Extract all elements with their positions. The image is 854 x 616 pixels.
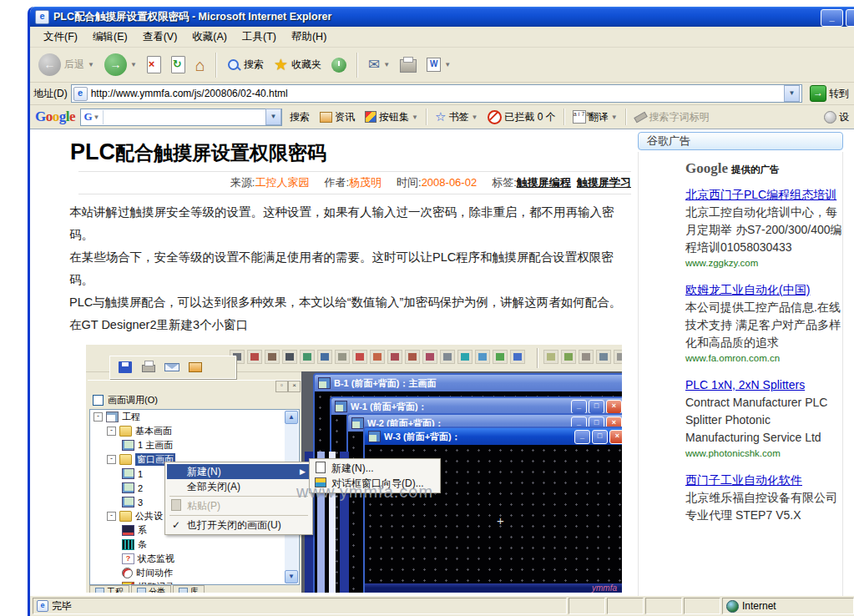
screen-window-w3[interactable]: W-3 (前面+背面)： _□× ymmfa	[363, 427, 622, 593]
tree-item-main-screen[interactable]: 1 主画面	[90, 438, 299, 452]
tab-library[interactable]: 库	[173, 585, 205, 593]
paste-attribute-icon[interactable]	[543, 350, 558, 364]
esc-key-icon[interactable]	[265, 350, 280, 364]
google-g-menu[interactable]: G▼	[81, 110, 104, 124]
group-objects-icon[interactable]	[614, 350, 622, 364]
tab-project[interactable]: 工程	[89, 585, 129, 593]
context-menu-open-closed[interactable]: ✓也打开关闭的画面(U)	[167, 518, 311, 533]
google-translate-menu[interactable]: a í 7 ä翻译▼	[570, 109, 620, 125]
context-menu-new[interactable]: 新建(N)▶	[167, 464, 311, 479]
submenu-new[interactable]: 新建(N)...	[311, 461, 438, 476]
maximize-button[interactable]: □	[846, 9, 854, 27]
align-objects-icon[interactable]	[596, 350, 611, 364]
history-button[interactable]	[328, 56, 350, 74]
close-icon[interactable]: ×	[606, 400, 622, 414]
address-dropdown-icon[interactable]: ▼	[784, 85, 800, 102]
menu-favorites[interactable]: 收藏(A)	[185, 28, 234, 46]
collapse-icon[interactable]: -	[107, 427, 116, 436]
polygon-tool-icon[interactable]	[440, 350, 455, 364]
tab-category[interactable]: 分类	[131, 585, 171, 593]
collapse-icon[interactable]: -	[107, 512, 116, 521]
ad-title-link[interactable]: PLC 1xN, 2xN Splitters	[685, 376, 844, 394]
panel-float-button[interactable]: ▫	[275, 381, 288, 392]
level-tool-icon[interactable]	[457, 350, 472, 364]
clock-tool-icon[interactable]	[282, 350, 297, 364]
google-news-button[interactable]: 资讯	[317, 109, 357, 125]
ad-title-link[interactable]: 西门子工业自动化软件	[685, 472, 844, 489]
ad-title-link[interactable]: 北京西门子PLC编程组态培训	[685, 186, 844, 204]
maximize-icon[interactable]: □	[589, 400, 604, 414]
google-settings-button[interactable]: 设	[821, 109, 851, 125]
back-dropdown-icon[interactable]: ▼	[88, 61, 94, 68]
touch-b-icon[interactable]	[387, 350, 402, 364]
screen-call-checkbox[interactable]: 画面调用(O)	[93, 394, 158, 406]
script-w-icon[interactable]	[317, 350, 332, 364]
print-icon[interactable]	[140, 360, 157, 375]
forward-button[interactable]: → ▼	[101, 52, 140, 78]
numeric-tool-icon[interactable]	[247, 350, 262, 364]
cursor-new-icon[interactable]	[561, 350, 576, 364]
edit-dropdown-icon[interactable]: ▼	[444, 61, 451, 68]
menu-edit[interactable]: 编辑(E)	[86, 28, 134, 46]
forward-dropdown-icon[interactable]: ▼	[130, 61, 137, 68]
google-search-input[interactable]: G▼ ▼	[80, 109, 282, 126]
home-button[interactable]: ⌂	[192, 55, 209, 75]
mail-button[interactable]: ✉ ▼	[365, 54, 393, 75]
checkbox-icon[interactable]	[93, 395, 104, 406]
scroll-up-icon[interactable]: ▲	[285, 411, 298, 424]
meta-source-link[interactable]: 工控人家园	[255, 176, 309, 189]
graph-tool-icon[interactable]	[493, 350, 508, 364]
script-b-icon[interactable]	[300, 350, 315, 364]
google-buttons-menu[interactable]: 按钮集▼	[362, 109, 421, 125]
address-input[interactable]: e http://www.ymmfa.com/js/200806/02-40.h…	[71, 84, 802, 103]
bitmap-u-icon[interactable]	[352, 350, 367, 364]
google-bookmarks-menu[interactable]: ☆书签▼	[432, 109, 480, 125]
minimize-icon[interactable]: _	[571, 400, 587, 414]
ad-title-link[interactable]: 欧姆龙工业自动化(中国)	[685, 281, 844, 299]
touch-u-icon[interactable]	[405, 350, 420, 364]
tag-link-2[interactable]: 触摸屏学习	[577, 176, 631, 189]
maximize-icon[interactable]: □	[592, 430, 608, 444]
tree-item-project[interactable]: -工程	[90, 410, 299, 424]
go-button[interactable]: → 转到	[806, 84, 853, 103]
save-icon[interactable]	[117, 360, 134, 375]
collapse-icon[interactable]: -	[107, 455, 116, 464]
chart-tool-icon[interactable]	[510, 350, 525, 364]
search-button[interactable]: 搜索	[224, 56, 267, 73]
panel-tool-icon[interactable]	[475, 350, 490, 364]
bitmap-5-icon[interactable]	[370, 350, 385, 364]
favorites-button[interactable]: ★ 收藏夹	[270, 56, 325, 74]
cursor-select-icon[interactable]	[579, 350, 594, 364]
minimize-icon[interactable]: _	[574, 430, 590, 444]
google-highlight-button[interactable]: 搜索字词标明	[632, 109, 712, 125]
tree-item-base-screens[interactable]: -基本画面	[90, 424, 299, 438]
touch-f-icon[interactable]	[422, 350, 437, 364]
google-search-button[interactable]: 搜索	[287, 109, 312, 125]
tree-item-time-action[interactable]: 时间动作	[90, 566, 299, 580]
menu-help[interactable]: 帮助(H)	[285, 28, 333, 46]
title-bar[interactable]: e PLC配合触摸屏设置权限密码 - Microsoft Internet Ex…	[30, 7, 854, 27]
collapse-icon[interactable]: -	[93, 412, 103, 422]
stop-button[interactable]: ×	[144, 54, 164, 75]
tree-item-barcode[interactable]: 条	[90, 538, 299, 552]
mail-dropdown-icon[interactable]: ▼	[383, 61, 390, 68]
close-icon[interactable]: ×	[609, 430, 622, 444]
edit-button[interactable]: W ▼	[423, 56, 454, 73]
tree-item-status-watch[interactable]: ?状态监视	[90, 552, 299, 566]
mail-icon[interactable]	[164, 360, 180, 375]
google-search-dropdown-icon[interactable]: ▼	[265, 109, 281, 125]
panel-close-button[interactable]: ×	[288, 381, 301, 392]
print-button[interactable]	[397, 55, 420, 74]
copy-object-icon[interactable]	[335, 350, 350, 364]
menu-view[interactable]: 查看(V)	[136, 28, 184, 46]
scroll-down-icon[interactable]: ▼	[285, 570, 298, 583]
back-button[interactable]: ← 后退 ▼	[35, 52, 98, 78]
refresh-button[interactable]: ↻	[168, 54, 189, 75]
tag-link-1[interactable]: 触摸屏编程	[517, 176, 571, 189]
export-icon[interactable]	[187, 360, 204, 375]
menu-file[interactable]: 文件(F)	[37, 28, 84, 46]
context-menu-close-all[interactable]: 全部关闭(A)	[167, 479, 311, 494]
minimize-button[interactable]: _	[821, 9, 843, 27]
google-popup-blocker[interactable]: 已拦截 0 个	[485, 109, 558, 125]
menu-tools[interactable]: 工具(T)	[235, 28, 283, 46]
